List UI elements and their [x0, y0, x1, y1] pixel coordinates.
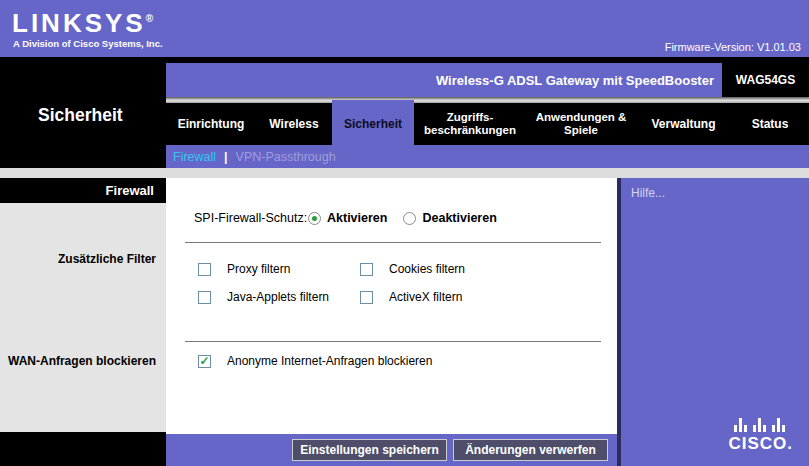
tab-label: Zugriffs-	[447, 111, 494, 124]
checkbox-label: Anonyme Internet-Anfragen blockieren	[227, 354, 432, 368]
tab-label: Spiele	[564, 124, 598, 137]
checkbox-label: Cookies filtern	[389, 262, 465, 276]
save-settings-button[interactable]: Einstellungen speichern	[292, 439, 447, 461]
radio-aktivieren[interactable]	[308, 212, 321, 225]
checkbox-label: ActiveX filtern	[389, 290, 462, 304]
checkbox-label: Proxy filtern	[227, 262, 290, 276]
main-content: SPI-Firewall-Schutz: Aktivieren Deaktivi…	[166, 178, 617, 434]
registered-mark: ®	[146, 13, 153, 24]
tab-wireless[interactable]: Wireless	[256, 103, 332, 145]
cancel-changes-button[interactable]: Änderungen verwerfen	[453, 439, 608, 461]
section-title-firewall: Firewall	[0, 178, 166, 203]
tab-label: beschränkungen	[424, 124, 516, 137]
page-title: Sicherheit	[38, 105, 123, 126]
tab-label: Status	[752, 118, 789, 131]
help-link[interactable]: Hilfe...	[631, 186, 665, 200]
checkbox-checked-icon[interactable]	[198, 355, 211, 368]
brand-text: LINKSYS	[12, 8, 146, 38]
radio-deaktivieren-label[interactable]: Deaktivieren	[422, 211, 496, 225]
subnav-item-firewall[interactable]: Firewall	[173, 150, 216, 164]
spi-firewall-row: SPI-Firewall-Schutz: Aktivieren Deaktivi…	[194, 211, 497, 225]
linksys-logo: LINKSYS®	[12, 8, 153, 39]
firmware-version: Firmware-Version: V1.01.03	[665, 41, 801, 53]
left-label-column: Zusätzliche Filter WAN-Anfragen blockier…	[0, 203, 166, 432]
tab-sicherheit[interactable]: Sicherheit	[332, 100, 414, 145]
model-badge: WAG54GS	[722, 63, 809, 97]
tab-label: Anwendungen &	[536, 111, 627, 124]
cisco-wordmark: CISCO.	[728, 434, 793, 454]
spi-firewall-label: SPI-Firewall-Schutz:	[194, 211, 308, 225]
tab-verwaltung[interactable]: Verwaltung	[636, 103, 731, 145]
product-banner: Wireless-G ADSL Gateway mit SpeedBooster	[166, 63, 722, 97]
divider-rule	[185, 341, 601, 342]
main-nav: Einrichtung Wireless Sicherheit Zugriffs…	[166, 103, 809, 145]
checkbox-icon[interactable]	[360, 291, 373, 304]
subnav-item-vpn-passthrough[interactable]: VPN-Passthrough	[236, 150, 336, 164]
checkbox-proxy-filtern[interactable]: Proxy filtern	[198, 262, 290, 276]
router-admin-page: LINKSYS® A Division of Cisco Systems, In…	[0, 0, 809, 466]
tab-label: Sicherheit	[344, 118, 402, 131]
radio-aktivieren-label[interactable]: Aktivieren	[327, 211, 387, 225]
footer-button-bar: Einstellungen speichern Änderungen verwe…	[166, 434, 617, 466]
divider-rule	[185, 242, 601, 243]
checkbox-activex-filtern[interactable]: ActiveX filtern	[360, 290, 462, 304]
bottom-left-black	[0, 432, 166, 466]
side-label-zusaetzliche-filter: Zusätzliche Filter	[6, 252, 166, 266]
checkbox-anonyme-anfragen[interactable]: Anonyme Internet-Anfragen blockieren	[198, 354, 432, 368]
subnav-separator: |	[224, 150, 228, 164]
cisco-bridge-icon	[734, 415, 787, 432]
divider-gray-band	[0, 168, 809, 178]
tab-anwendungen-spiele[interactable]: Anwendungen &Spiele	[526, 103, 636, 145]
tab-zugriffsbeschraenkungen[interactable]: Zugriffs-beschränkungen	[414, 103, 526, 145]
checkbox-icon[interactable]	[198, 263, 211, 276]
tab-label: Verwaltung	[651, 118, 715, 131]
tab-einrichtung[interactable]: Einrichtung	[166, 103, 256, 145]
checkbox-label: Java-Applets filtern	[227, 290, 329, 304]
tab-status[interactable]: Status	[731, 103, 809, 145]
checkbox-cookies-filtern[interactable]: Cookies filtern	[360, 262, 465, 276]
side-label-wan-anfragen: WAN-Anfragen blockieren	[6, 354, 166, 368]
radio-deaktivieren[interactable]	[403, 212, 416, 225]
checkbox-icon[interactable]	[198, 291, 211, 304]
checkbox-java-applets-filtern[interactable]: Java-Applets filtern	[198, 290, 329, 304]
product-name: Wireless-G ADSL Gateway mit SpeedBooster	[436, 73, 714, 88]
brand-tagline: A Division of Cisco Systems, Inc.	[13, 38, 163, 49]
tab-label: Wireless	[269, 118, 318, 131]
header: LINKSYS® A Division of Cisco Systems, In…	[0, 0, 809, 57]
checkbox-icon[interactable]	[360, 263, 373, 276]
tab-label: Einrichtung	[178, 118, 245, 131]
sidebar-title-panel: Sicherheit	[0, 57, 166, 168]
help-panel: Hilfe... CISCO.	[617, 178, 809, 466]
sub-nav: Firewall | VPN-Passthrough	[166, 145, 809, 168]
cisco-logo: CISCO.	[728, 415, 793, 454]
